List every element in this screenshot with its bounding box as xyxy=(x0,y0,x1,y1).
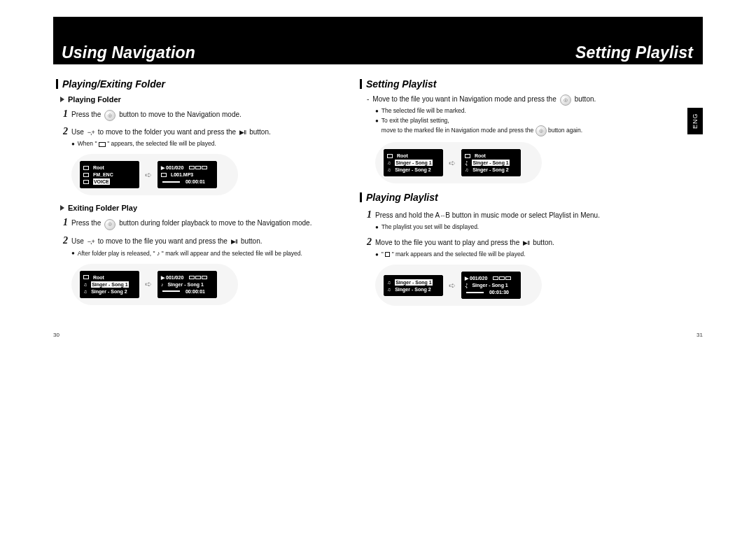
note-text: The selected file will be marked. xyxy=(382,107,466,115)
section-bar-icon xyxy=(56,79,58,89)
music-file-icon: ♫ xyxy=(387,286,391,293)
lcd-right: ▶001/020 ♪̟ Singer - Song 1 00:01:30 xyxy=(461,272,521,299)
step-number: 1 xyxy=(63,106,68,121)
note-text: After folder play is released, " xyxy=(78,250,155,257)
lcd-line: Singer - Song 2 xyxy=(91,288,127,295)
volume-keys-icon: −,+ xyxy=(88,237,94,247)
note-text: The playlist you set will be displayed. xyxy=(382,223,479,232)
lcd-line-selected: Singer - Song 1 xyxy=(472,160,509,166)
lcd-line: Singer - Song 2 xyxy=(472,167,508,173)
music-file-icon: ♫ xyxy=(387,279,391,286)
subhead-exiting-folder: Exiting Folder Play xyxy=(60,204,350,212)
nav-center-button-icon: ◎ xyxy=(536,125,547,136)
music-file-icon: ♫ xyxy=(83,288,87,295)
lcd-root: Root xyxy=(397,153,408,159)
bullet-icon: ● xyxy=(71,249,75,258)
lcd-root: Root xyxy=(93,164,104,171)
progress-bar-icon xyxy=(162,181,180,183)
lcd-right: ▶001/020 L001.MP3 00:00:01 xyxy=(158,161,217,188)
lcd-group: Root FM_ENC VOICE ➪ ▶001/020 L001.MP3 00… xyxy=(71,154,238,195)
arrow-icon: ➪ xyxy=(145,170,152,180)
step-number: 2 xyxy=(63,124,68,139)
lcd-line: Singer - Song 2 xyxy=(395,167,430,173)
subhead-label: Playing Folder xyxy=(68,95,121,104)
subhead-playing-folder: Playing Folder xyxy=(60,95,350,104)
step-text: to move to the folder you want and press… xyxy=(98,127,236,137)
lcd-right: ▶001/020 ♪ Singer - Song 1 00:00:01 xyxy=(158,271,217,298)
folder-icon xyxy=(99,142,106,147)
step-1: 1 Press and hold the A↔B button in music… xyxy=(367,207,654,222)
lcd-line: Singer - Song 2 xyxy=(395,286,430,293)
folder-icon xyxy=(83,173,89,177)
triangle-icon xyxy=(60,205,64,211)
music-file-icon: ♪ xyxy=(161,281,164,288)
section-bar-icon xyxy=(360,79,362,89)
lcd-line-selected: VOICE xyxy=(93,178,110,185)
note: ● The selected file will be marked. xyxy=(375,107,654,115)
lcd-info: 001/020 xyxy=(166,164,183,171)
step-text: to move to the file you want and press t… xyxy=(98,236,227,246)
note: ● To exit the playlist setting, move to … xyxy=(375,117,654,136)
step-text: button during folder playback to move to… xyxy=(119,218,312,228)
note: ● When " " appears, the selected file wi… xyxy=(71,140,350,148)
nav-center-button-icon: ◎ xyxy=(104,219,115,230)
music-file-icon: ♫ xyxy=(387,160,391,166)
play-pause-icon: ▶II xyxy=(523,239,529,248)
note-text: To exit the playlist setting, xyxy=(382,117,449,124)
step-number: 2 xyxy=(63,233,68,248)
note: ● After folder play is released, " ♪ " m… xyxy=(71,249,350,258)
lcd-right: Root ♪̟ Singer - Song 1 ♫ Singer - Song … xyxy=(461,149,521,176)
step-1: 1 Press the ◎ button to move to the Navi… xyxy=(63,106,350,121)
lcd-time: 00:00:01 xyxy=(186,288,205,295)
step-text: Move to the file you want to play and pr… xyxy=(375,237,519,248)
folder-icon xyxy=(83,180,89,184)
bullet-icon: ● xyxy=(375,251,379,259)
note: ● The playlist you set will be displayed… xyxy=(375,223,654,232)
manual-spread: Using Navigation Setting Playlist ENG Pl… xyxy=(0,0,756,534)
lcd-left: Root FM_ENC VOICE xyxy=(80,161,139,188)
bullet-icon: ● xyxy=(375,117,379,136)
right-column: Setting Playlist - Move to the file you … xyxy=(360,78,654,314)
folder-icon xyxy=(465,154,470,158)
step-text: Use xyxy=(71,127,84,137)
step-text: Use xyxy=(71,236,84,246)
step-text: Press and hold the A xyxy=(375,211,440,219)
dash-icon: - xyxy=(367,94,369,104)
note: ● " " mark appears and the selected file… xyxy=(375,251,654,259)
lcd-group: Root ♫ Singer - Song 1 ♫ Singer - Song 2… xyxy=(71,264,238,305)
progress-bar-icon xyxy=(466,292,484,293)
bullet-icon: ● xyxy=(375,223,379,232)
battery-icon xyxy=(189,276,207,279)
note-text: button again. xyxy=(548,127,582,134)
folder-icon xyxy=(83,275,89,279)
step-text: button to move to the Navigation mode. xyxy=(119,109,241,120)
step-text: Press the xyxy=(71,109,101,120)
step-2: 2 Move to the file you want to play and … xyxy=(367,234,654,249)
music-file-icon: ♫ xyxy=(465,167,468,173)
bullet-icon: ● xyxy=(71,140,75,148)
lcd-left: Root ♫ Singer - Song 1 ♫ Singer - Song 2 xyxy=(80,271,139,298)
lcd-line-selected: Singer - Song 1 xyxy=(395,279,432,286)
lcd-left: Root ♫ Singer - Song 1 ♫ Singer - Song 2 xyxy=(384,149,443,176)
battery-icon xyxy=(493,276,511,280)
folder-icon xyxy=(161,173,167,177)
arrow-icon: ➪ xyxy=(449,158,456,168)
lcd-line: Singer - Song 1 xyxy=(167,281,203,288)
illustration: Root ♫ Singer - Song 1 ♫ Singer - Song 2… xyxy=(71,264,350,305)
arrow-icon: ➪ xyxy=(145,279,152,289)
folder-icon xyxy=(387,154,393,158)
step-text: button. xyxy=(575,94,596,104)
page-number-left: 30 xyxy=(53,332,59,338)
lcd-line: Singer - Song 1 xyxy=(472,282,507,288)
playlist-mark-icon: ♪̟ xyxy=(465,282,468,288)
section-bar-icon xyxy=(360,192,362,202)
playlist-mark-icon xyxy=(385,252,390,257)
section-playing-playlist: Playing Playlist xyxy=(360,192,654,203)
step-2: 2 Use −,+ to move to the file you want a… xyxy=(63,233,350,248)
lcd-info: 001/020 xyxy=(166,274,183,281)
step-text: B button in music mode or select Playlis… xyxy=(445,211,600,219)
music-note-icon: ♪ xyxy=(157,250,160,257)
lcd-left: ♫ Singer - Song 1 ♫ Singer - Song 2 xyxy=(384,275,443,296)
battery-icon xyxy=(189,166,207,169)
section-playing-exiting-folder: Playing/Exiting Folder xyxy=(56,78,350,90)
